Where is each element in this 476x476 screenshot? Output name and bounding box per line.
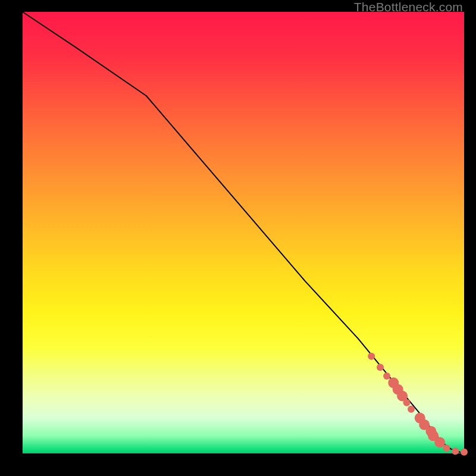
marker-point — [452, 447, 459, 455]
marker-point — [383, 372, 390, 380]
marker-point — [403, 399, 411, 406]
chart-stage: TheBottleneck.com — [0, 0, 476, 476]
marker-point — [377, 364, 384, 371]
plot-area — [23, 12, 464, 453]
marker-point — [368, 353, 375, 360]
marker-point — [443, 444, 450, 452]
marker-point — [408, 406, 415, 413]
marker-point — [461, 449, 468, 456]
markers-group — [368, 353, 468, 456]
chart-svg — [23, 12, 464, 453]
